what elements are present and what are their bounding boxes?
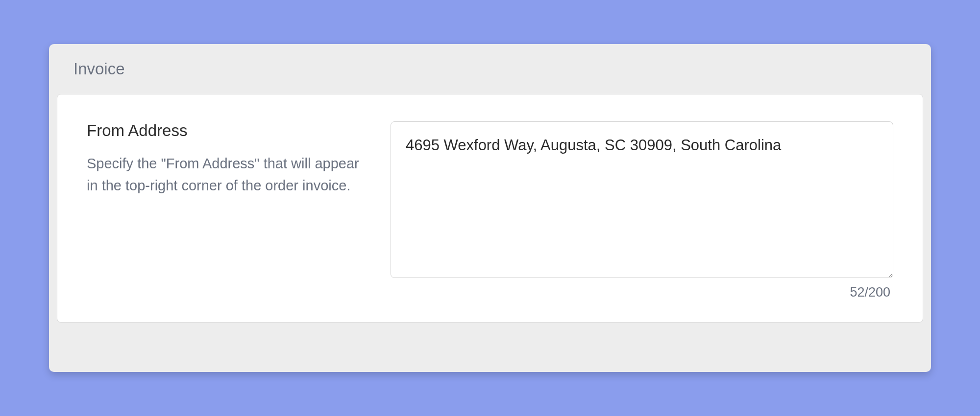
- field-input-column: 52/200: [391, 121, 893, 300]
- card-title: Invoice: [74, 60, 906, 78]
- from-address-description: Specify the "From Address" that will app…: [87, 153, 361, 197]
- field-info-column: From Address Specify the "From Address" …: [87, 121, 361, 300]
- character-counter: 52/200: [391, 285, 893, 300]
- card-header: Invoice: [49, 44, 931, 94]
- from-address-textarea[interactable]: [391, 121, 893, 278]
- from-address-label: From Address: [87, 121, 361, 140]
- invoice-card: Invoice From Address Specify the "From A…: [49, 44, 931, 372]
- card-body: From Address Specify the "From Address" …: [57, 94, 923, 323]
